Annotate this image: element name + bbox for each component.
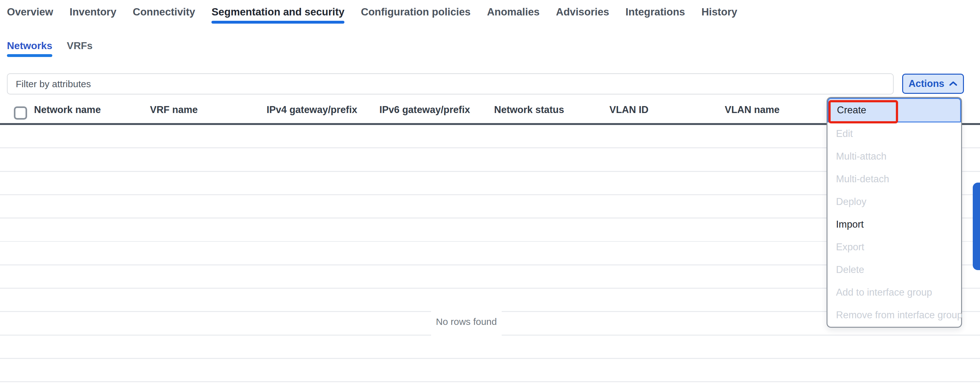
tab-segmentation-and-security[interactable]: Segmentation and security: [212, 6, 344, 24]
tab-inventory[interactable]: Inventory: [70, 6, 116, 24]
actions-dropdown-menu: Create Edit Multi-attach Multi-detach De…: [827, 97, 962, 328]
subtab-label: VRFs: [67, 40, 93, 52]
tab-label: Anomalies: [487, 6, 539, 18]
column-header-network-status[interactable]: Network status: [494, 97, 564, 123]
column-header-vlan-name[interactable]: VLAN name: [725, 97, 780, 123]
subtab-vrfs[interactable]: VRFs: [67, 40, 93, 57]
subtab-label: Networks: [7, 40, 52, 52]
tab-overview[interactable]: Overview: [7, 6, 53, 24]
tab-label: History: [702, 6, 737, 18]
column-header-ipv6-gateway[interactable]: IPv6 gateway/prefix: [379, 97, 470, 123]
active-tab-underline: [212, 21, 344, 24]
top-navigation: Overview Inventory Connectivity Segmenta…: [7, 6, 737, 24]
tab-underline: [487, 21, 539, 24]
tab-label: Connectivity: [133, 6, 195, 18]
tab-underline: [556, 21, 609, 24]
menu-item-edit: Edit: [827, 122, 961, 145]
menu-item-multi-attach: Multi-attach: [827, 145, 961, 168]
filter-input[interactable]: [7, 73, 894, 95]
menu-item-deploy: Deploy: [827, 190, 961, 213]
menu-item-create[interactable]: Create: [827, 98, 961, 122]
menu-item-import[interactable]: Import: [827, 213, 961, 236]
active-subtab-underline: [7, 54, 52, 57]
column-header-network-name[interactable]: Network name: [34, 97, 101, 123]
tab-label: Advisories: [556, 6, 609, 18]
menu-item-delete: Delete: [827, 258, 961, 281]
tab-underline: [625, 21, 685, 24]
tab-underline: [133, 21, 195, 24]
tab-label: Integrations: [625, 6, 685, 18]
tab-integrations[interactable]: Integrations: [625, 6, 685, 24]
tab-label: Overview: [7, 6, 53, 18]
empty-state-message: No rows found: [431, 307, 502, 336]
tab-underline: [70, 21, 116, 24]
chevron-up-icon: [949, 81, 958, 87]
tab-label: Segmentation and security: [212, 6, 344, 18]
menu-item-add-to-interface-group: Add to interface group: [827, 281, 961, 304]
menu-item-multi-detach: Multi-detach: [827, 168, 961, 190]
tab-history[interactable]: History: [702, 6, 737, 24]
menu-item-export: Export: [827, 236, 961, 258]
actions-button-label: Actions: [908, 78, 944, 89]
tab-underline: [702, 21, 737, 24]
tab-anomalies[interactable]: Anomalies: [487, 6, 539, 24]
tab-connectivity[interactable]: Connectivity: [133, 6, 195, 24]
sub-navigation: Networks VRFs: [7, 40, 93, 57]
tab-label: Configuration policies: [361, 6, 471, 18]
column-header-vlan-id[interactable]: VLAN ID: [609, 97, 649, 123]
tab-underline: [361, 21, 471, 24]
side-panel-tab[interactable]: [973, 183, 980, 270]
tab-underline: [7, 21, 53, 24]
select-all-checkbox[interactable]: [14, 106, 27, 120]
column-header-ipv4-gateway[interactable]: IPv4 gateway/prefix: [267, 97, 357, 123]
subtab-underline: [67, 54, 93, 57]
tab-advisories[interactable]: Advisories: [556, 6, 609, 24]
menu-item-remove-from-interface-group: Remove from interface group: [827, 304, 961, 326]
subtab-networks[interactable]: Networks: [7, 40, 52, 57]
actions-button[interactable]: Actions: [902, 74, 964, 94]
tab-label: Inventory: [70, 6, 116, 18]
column-header-vrf-name[interactable]: VRF name: [150, 97, 198, 123]
tab-configuration-policies[interactable]: Configuration policies: [361, 6, 471, 24]
